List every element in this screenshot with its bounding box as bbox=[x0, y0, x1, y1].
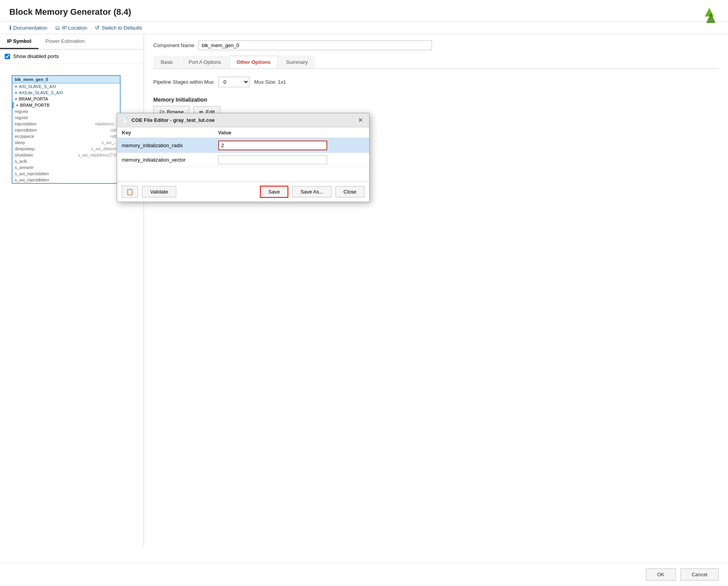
ip-location-button[interactable]: 🗂 IP Location bbox=[55, 25, 87, 31]
switch-defaults-button[interactable]: ↺ Switch to Defaults bbox=[95, 25, 142, 31]
port-s-axi-injectdbiterr: s_axi_injectdbiterr bbox=[12, 177, 120, 183]
coe-dialog-titlebar: 📄 COE File Editor - gray_test_lut.coe ✕ bbox=[117, 113, 369, 127]
port-bram-porta: + BRAM_PORTA bbox=[12, 96, 120, 102]
port-s-aresetn: s_aresetn bbox=[12, 164, 120, 171]
coe-table-area: Key Value memory_initialization_radix me… bbox=[117, 127, 369, 182]
tabs-row: Basic Port A Options Other Options Summa… bbox=[153, 56, 719, 69]
validate-button[interactable]: Validate bbox=[142, 186, 176, 197]
show-disabled-ports-checkbox[interactable] bbox=[5, 54, 10, 59]
coe-icon: 📄 bbox=[122, 117, 128, 123]
coe-value-vector[interactable] bbox=[214, 153, 369, 167]
coe-row-vector[interactable]: memory_initialization_vector bbox=[117, 153, 369, 167]
coe-vector-input[interactable] bbox=[218, 155, 327, 164]
col-value-header: Value bbox=[214, 127, 369, 138]
close-button[interactable]: Close bbox=[335, 186, 365, 197]
folder-icon: 🗂 bbox=[55, 25, 60, 31]
tab-summary[interactable]: Summary bbox=[279, 56, 315, 69]
port-injectdbiterr: injectdbiterr rstb bbox=[12, 127, 120, 133]
port-injectsbiterr: injectsbiterr rdaddrecc... bbox=[12, 121, 120, 127]
main-window: Block Memory Generator (8.4) ℹ Documenta… bbox=[0, 0, 728, 586]
port-bram-portb: + BRAM_PORTB bbox=[12, 102, 120, 108]
port-s-axi-injectsbiterr: s_axi_injectsbiterr bbox=[12, 171, 120, 177]
coe-key-vector: memory_initialization_vector bbox=[117, 153, 214, 167]
window-title: Block Memory Generator (8.4) bbox=[9, 7, 719, 17]
bottom-bar: OK Cancel bbox=[0, 563, 728, 586]
content-area: IP Symbol Power Estimation Show disabled… bbox=[0, 34, 728, 546]
port-axilite-slave: + AXILite_SLAVE_S_AXI bbox=[12, 90, 120, 96]
show-disabled-ports-label: Show disabled ports bbox=[13, 53, 59, 59]
left-panel-tabs: IP Symbol Power Estimation bbox=[0, 34, 144, 49]
coe-table: Key Value memory_initialization_radix me… bbox=[117, 127, 369, 167]
ok-button[interactable]: OK bbox=[646, 568, 676, 581]
ip-block: blk_mem_gen_0 + AXI_SLAVE_S_AXI + AXILit… bbox=[12, 75, 121, 184]
mux-size-label: Mux Size: 1x1 bbox=[254, 79, 286, 85]
pipeline-row: Pipeline Stages within Mux 0 1 2 Mux Siz… bbox=[153, 74, 719, 90]
save-button[interactable]: Save bbox=[260, 186, 289, 198]
port-s-aclk: s_aclk bbox=[12, 158, 120, 164]
pipeline-select[interactable]: 0 1 2 bbox=[218, 77, 249, 87]
coe-row-radix[interactable]: memory_initialization_radix bbox=[117, 138, 369, 153]
memory-init-title: Memory Initialization bbox=[153, 97, 719, 103]
port-axi-slave: + AXI_SLAVE_S_AXI bbox=[12, 83, 120, 90]
tab-basic[interactable]: Basic bbox=[153, 56, 181, 69]
tab-ip-symbol[interactable]: IP Symbol bbox=[0, 34, 39, 49]
left-panel-options: Show disabled ports bbox=[0, 49, 144, 63]
svg-marker-1 bbox=[705, 9, 713, 16]
tab-power-estimation[interactable]: Power Estimation bbox=[39, 34, 92, 49]
port-regcea: regcea bbox=[12, 108, 120, 114]
title-bar: Block Memory Generator (8.4) bbox=[0, 0, 728, 21]
coe-dialog: 📄 COE File Editor - gray_test_lut.coe ✕ … bbox=[117, 113, 370, 202]
cancel-button[interactable]: Cancel bbox=[681, 568, 719, 581]
info-icon: ℹ bbox=[9, 25, 11, 31]
coe-key-radix: memory_initialization_radix bbox=[117, 138, 214, 153]
coe-footer: 📋 Validate Save Save As... Close bbox=[117, 182, 369, 202]
pipeline-label: Pipeline Stages within Mux bbox=[153, 79, 214, 85]
right-panel: Component Name Basic Port A Options Othe… bbox=[144, 34, 728, 546]
save-as-button[interactable]: Save As... bbox=[292, 186, 332, 197]
tab-other-options[interactable]: Other Options bbox=[229, 56, 278, 69]
documentation-button[interactable]: ℹ Documentation bbox=[9, 25, 47, 31]
pdf-icon-button[interactable]: 📋 bbox=[122, 186, 138, 198]
tab-port-a-options[interactable]: Port A Options bbox=[181, 56, 228, 69]
port-shutdown: shutdown s_axi_rdaddrecc[7:0] bbox=[12, 152, 120, 158]
show-disabled-ports-row: Show disabled ports bbox=[5, 53, 139, 59]
left-panel: IP Symbol Power Estimation Show disabled… bbox=[0, 34, 144, 546]
port-regceb: regceb bbox=[12, 114, 120, 121]
xilinx-logo bbox=[700, 6, 719, 26]
component-name-label: Component Name bbox=[153, 42, 195, 48]
ip-location-label: IP Location bbox=[62, 25, 87, 31]
port-eccpipece: eccpipece rstb bbox=[12, 133, 120, 139]
coe-close-button[interactable]: ✕ bbox=[356, 116, 365, 124]
switch-defaults-label: Switch to Defaults bbox=[102, 25, 142, 31]
coe-radix-input[interactable] bbox=[218, 141, 327, 150]
port-deepsleep: deepsleep s_axi_dbiterm bbox=[12, 146, 120, 152]
component-name-row: Component Name bbox=[153, 40, 719, 50]
refresh-icon: ↺ bbox=[95, 25, 100, 31]
col-key-header: Key bbox=[117, 127, 214, 138]
documentation-label: Documentation bbox=[13, 25, 47, 31]
toolbar: ℹ Documentation 🗂 IP Location ↺ Switch t… bbox=[0, 21, 728, 34]
component-name-input[interactable] bbox=[198, 40, 432, 50]
coe-dialog-title-text: 📄 COE File Editor - gray_test_lut.coe bbox=[122, 117, 215, 123]
port-sleep: sleep s_axi_... bbox=[12, 139, 120, 146]
coe-value-radix[interactable] bbox=[214, 138, 369, 153]
